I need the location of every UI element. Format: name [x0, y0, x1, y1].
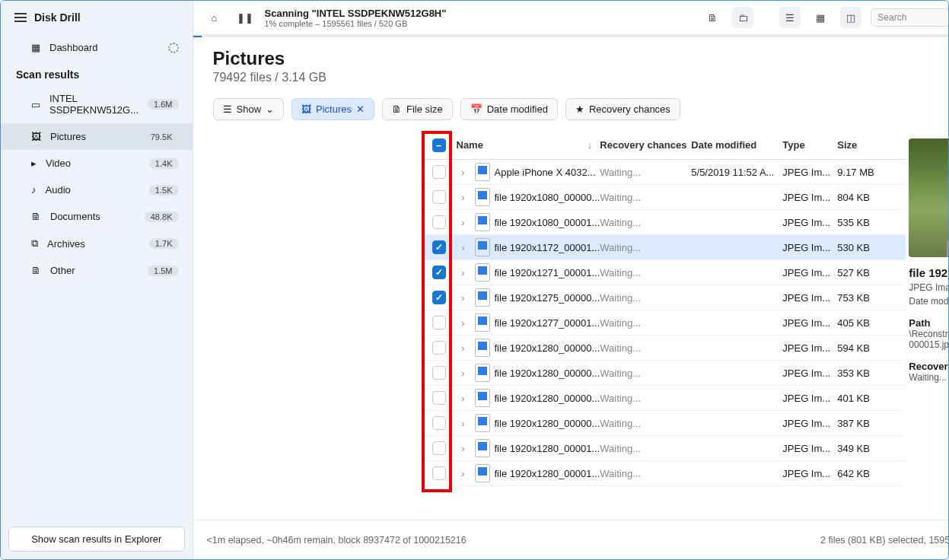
column-date[interactable]: Date modified: [691, 139, 782, 151]
file-name: file 1920x1277_00001...: [495, 317, 600, 329]
file-size: 530 KB: [837, 242, 906, 253]
table-row[interactable]: › file 1920x1280_00001... Waiting... JPE…: [422, 461, 906, 486]
column-recovery[interactable]: Recovery chances: [600, 139, 691, 151]
search-input[interactable]: Search ⌕: [871, 8, 949, 27]
file-name: file 1920x1280_00001...: [495, 468, 600, 479]
expand-icon[interactable]: ›: [457, 192, 470, 203]
remove-chip-icon[interactable]: ✕: [356, 103, 365, 115]
row-checkbox[interactable]: [432, 215, 446, 229]
table-row[interactable]: › file 1920x1277_00001... Waiting... JPE…: [422, 310, 906, 336]
pause-icon[interactable]: ❚❚: [234, 7, 256, 28]
table-row[interactable]: › file 1920x1280_00000... Waiting... JPE…: [422, 386, 906, 411]
sidebar-item-other[interactable]: 🗎 Other 1.5M: [1, 257, 193, 284]
sidebar-item-video[interactable]: ▸ Video 1.4K: [1, 150, 193, 177]
row-checkbox[interactable]: [432, 366, 446, 380]
expand-icon[interactable]: ›: [457, 368, 470, 379]
sidebar-item-icon: ⧉: [31, 237, 38, 250]
table-row[interactable]: › file 1920x1275_00000... Waiting... JPE…: [422, 285, 906, 310]
file-recovery: Waiting...: [600, 342, 691, 354]
table-row[interactable]: › file 1920x1280_00001... Waiting... JPE…: [422, 436, 906, 461]
expand-icon[interactable]: ›: [457, 242, 470, 253]
file-thumb-icon: [475, 414, 490, 432]
file-recovery: Waiting...: [600, 393, 691, 404]
detail-filename: file 1920x1172_000015.jpg: [909, 266, 949, 279]
file-type: JPEG Im...: [782, 267, 837, 278]
file-thumb-icon: [475, 163, 490, 181]
sidebar-item-documents[interactable]: 🗎 Documents 48.8K: [1, 203, 193, 230]
row-checkbox[interactable]: [432, 165, 446, 179]
detail-path-value: \Reconstructed\Pictures\jpg\file 1920x11…: [909, 329, 949, 350]
expand-icon[interactable]: ›: [457, 468, 470, 479]
file-icon-button[interactable]: 🗎: [702, 7, 723, 28]
sidebar-item-label: Documents: [50, 211, 100, 222]
show-in-explorer-button[interactable]: Show scan results in Explorer: [8, 527, 185, 552]
menu-icon[interactable]: [14, 13, 27, 22]
column-name[interactable]: Name↓: [457, 139, 600, 151]
table-row[interactable]: › file 1920x1172_00001... Waiting... JPE…: [422, 235, 906, 260]
show-filter[interactable]: ☰ Show ⌄: [213, 98, 285, 120]
list-view-icon[interactable]: ☰: [779, 7, 801, 28]
row-checkbox[interactable]: [432, 391, 446, 405]
expand-icon[interactable]: ›: [457, 418, 470, 429]
file-thumb-icon: [475, 464, 490, 482]
pictures-filter-chip[interactable]: 🖼 Pictures ✕: [291, 98, 374, 120]
recovery-chances-filter[interactable]: ★ Recovery chances: [565, 98, 680, 120]
scan-progress: [193, 36, 950, 37]
table-row[interactable]: › file 1920x1280_00000... Waiting... JPE…: [422, 361, 906, 386]
file-thumb-icon: [475, 213, 490, 231]
home-icon[interactable]: ⌂: [204, 7, 225, 28]
expand-icon[interactable]: ›: [457, 267, 470, 278]
table-row[interactable]: › file 1920x1080_00000... Waiting... JPE…: [422, 185, 906, 210]
row-checkbox[interactable]: [432, 316, 446, 329]
table-row[interactable]: › file 1920x1080_00001... Waiting... JPE…: [422, 210, 906, 235]
row-checkbox[interactable]: [432, 291, 446, 304]
sort-icon: ↓: [588, 139, 593, 151]
column-type[interactable]: Type: [782, 139, 837, 151]
folder-icon-button[interactable]: 🗀: [732, 7, 753, 28]
expand-icon[interactable]: ›: [457, 167, 470, 178]
panel-view-icon[interactable]: ◫: [840, 7, 861, 28]
row-checkbox[interactable]: [432, 266, 446, 279]
file-thumb-icon: [475, 188, 490, 206]
footer-selection: 2 files (801 KB) selected, 1595561 files…: [820, 535, 949, 546]
date-modified-filter[interactable]: 📅 Date modified: [460, 98, 558, 120]
select-all-checkbox[interactable]: [432, 138, 446, 152]
grid-view-icon[interactable]: ▦: [810, 7, 831, 28]
row-checkbox[interactable]: [432, 240, 446, 254]
table-row[interactable]: › file 1920x1271_00001... Waiting... JPE…: [422, 260, 906, 285]
footer-status: <1m elapsed, ~0h46m remain, block 893747…: [207, 535, 467, 546]
expand-icon[interactable]: ›: [457, 292, 470, 304]
page-subtitle: 79492 files / 3.14 GB: [213, 71, 950, 84]
expand-icon[interactable]: ›: [457, 443, 470, 454]
sidebar-item-pictures[interactable]: 🖼 Pictures 79.5K: [1, 123, 193, 150]
scan-title: Scanning "INTEL SSDPEKNW512G8H": [265, 8, 693, 19]
table-row[interactable]: › file 1920x1280_00000... Waiting... JPE…: [422, 336, 906, 361]
sidebar-item-badge: 48.8K: [145, 212, 179, 222]
grid-icon: ▦: [31, 42, 40, 53]
column-size[interactable]: Size: [837, 139, 906, 151]
row-checkbox[interactable]: [432, 341, 446, 355]
table-row[interactable]: › file 1920x1280_00000... Waiting... JPE…: [422, 411, 906, 436]
expand-icon[interactable]: ›: [457, 393, 470, 404]
app-name: Disk Drill: [34, 11, 81, 24]
detail-date-label: Date modified: [909, 296, 949, 307]
expand-icon[interactable]: ›: [457, 317, 470, 329]
row-checkbox[interactable]: [432, 441, 446, 455]
detail-rec-label: Recovery chances: [909, 361, 949, 372]
expand-icon[interactable]: ›: [457, 217, 470, 228]
file-name: file 1920x1280_00000...: [495, 393, 600, 404]
row-checkbox[interactable]: [432, 466, 446, 480]
expand-icon[interactable]: ›: [457, 342, 470, 354]
sidebar-item-intel-ssdpeknw-g-[interactable]: ▭ INTEL SSDPEKNW512G... 1.6M: [1, 85, 193, 123]
file-type: JPEG Im...: [782, 217, 837, 228]
sidebar-item-icon: 🗎: [31, 265, 41, 276]
file-size-filter[interactable]: 🗎 File size: [382, 98, 453, 120]
row-checkbox[interactable]: [432, 190, 446, 204]
file-type: JPEG Im...: [782, 317, 837, 329]
sidebar-item-audio[interactable]: ♪ Audio 1.5K: [1, 177, 193, 203]
sidebar-dashboard[interactable]: ▦ Dashboard: [1, 34, 193, 61]
sidebar-item-archives[interactable]: ⧉ Archives 1.7K: [1, 230, 193, 257]
sidebar-item-badge: 1.7K: [149, 238, 179, 249]
row-checkbox[interactable]: [432, 416, 446, 430]
table-row[interactable]: › Apple iPhone X 4032... Waiting... 5/5/…: [422, 160, 906, 185]
